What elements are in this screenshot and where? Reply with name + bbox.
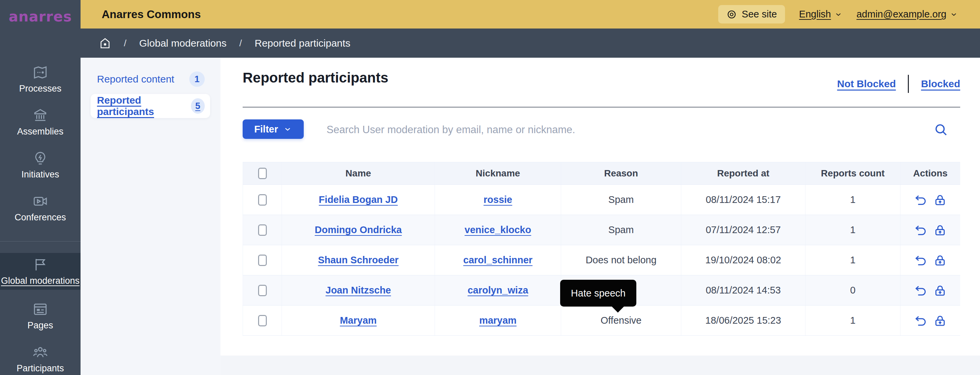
unreport-undo-arrow-icon [914,254,927,267]
participant-name-link[interactable]: Shaun Schroeder [318,254,398,265]
count-badge: 5 [191,98,205,114]
row-checkbox[interactable] [258,194,267,206]
table-row: Shaun Schroeder carol_schinner Does not … [243,245,960,275]
row-checkbox[interactable] [258,285,267,296]
row-checkbox[interactable] [258,254,267,266]
subnav-item-label: Reported content [97,73,174,85]
block-user-button[interactable] [933,193,947,207]
unreport-button[interactable] [914,254,927,267]
reports-count: 1 [850,194,856,205]
unreport-button[interactable] [914,193,927,207]
table-row: Fidelia Bogan JD rossie Spam 08/11/2024 … [243,185,960,215]
chevron-down-icon [950,10,958,19]
breadcrumb-global-moderations[interactable]: Global moderations [139,38,226,49]
search-icon [933,122,949,138]
topbar-actions: See site English admin@example.org [718,0,958,29]
account-label: admin@example.org [856,9,947,20]
subnav-item-reported-content[interactable]: Reported content 1 [91,68,210,90]
block-lock-icon [933,223,947,237]
subnav-item-reported-participants[interactable]: Reported participants 5 [91,94,210,118]
unreport-button[interactable] [914,223,927,237]
unreport-button[interactable] [914,284,927,297]
not-blocked-link[interactable]: Not Blocked [837,78,896,89]
unreport-button[interactable] [914,314,927,327]
block-lock-icon [933,314,947,327]
report-reason: Spam [608,224,634,235]
reported-at: 07/11/2024 12:57 [706,224,781,235]
count-badge: 1 [189,72,205,87]
report-reason: Spam [608,194,634,205]
block-user-button[interactable] [933,254,947,267]
participant-name-link[interactable]: Domingo Ondricka [315,224,402,235]
sidebar-item-processes[interactable]: Processes [0,60,81,99]
org-logo: anarres [9,8,72,25]
tooltip-text: Hate speech [571,288,625,299]
language-label: English [799,9,831,20]
filter-button[interactable]: Filter [243,119,304,139]
account-dropdown[interactable]: admin@example.org [856,9,958,20]
col-header-reported-at: Reported at [681,162,805,184]
block-lock-icon [933,254,947,267]
participant-nickname-link[interactable]: carol_schinner [463,254,532,265]
page-title: Reported participants [243,70,388,86]
main-panel: Reported participants Not Blocked Blocke… [221,58,980,356]
row-checkbox[interactable] [258,315,267,326]
bullseye-icon [726,9,737,20]
flag-icon [33,257,48,272]
table-row: Domingo Ondricka venice_klocko Spam 07/1… [243,215,960,245]
col-header-actions: Actions [900,162,960,184]
block-lock-icon [933,193,947,207]
participant-nickname-link[interactable]: rossie [484,194,512,205]
reports-count: 0 [850,285,856,296]
block-user-button[interactable] [933,314,947,327]
sidebar-item-initiatives[interactable]: Initiatives [0,146,81,184]
breadcrumb: / Global moderations / Reported particip… [0,29,980,58]
sidebar-item-label: Global moderations [1,276,80,286]
sidebar-item-assemblies[interactable]: Assemblies [0,103,81,141]
table-header-row: Name Nickname Reason Reported at Reports… [243,162,960,185]
participant-nickname-link[interactable]: maryam [479,315,517,326]
reported-at: 08/11/2024 15:17 [706,194,781,205]
home-icon[interactable] [99,37,111,49]
map-icon [33,65,48,80]
team-icon [33,345,48,360]
breadcrumb-separator: / [124,38,127,49]
lightbulb-flash-icon [33,151,48,166]
participant-name-link[interactable]: Joan Nitzsche [326,285,391,296]
unreport-undo-arrow-icon [914,284,927,297]
reports-count: 1 [850,224,856,235]
col-header-reason: Reason [561,162,681,184]
pages-icon [33,302,48,317]
search-input[interactable] [326,121,924,139]
sidebar-item-pages[interactable]: Pages [0,297,81,335]
blocked-link[interactable]: Blocked [921,78,960,89]
row-checkbox[interactable] [258,224,267,236]
block-user-button[interactable] [933,284,947,297]
participant-name-link[interactable]: Maryam [340,315,377,326]
reported-at: 18/06/2025 15:23 [705,315,781,326]
select-all-checkbox[interactable] [258,168,267,179]
participant-nickname-link[interactable]: carolyn_wiza [468,285,528,296]
sidebar-item-participants[interactable]: Participants [0,340,81,375]
unreport-undo-arrow-icon [914,314,927,327]
view-links-divider [908,75,909,93]
sidebar-item-global-moderations[interactable]: Global moderations [0,253,81,290]
participant-nickname-link[interactable]: venice_klocko [465,224,531,235]
unreport-undo-arrow-icon [914,223,927,237]
search-button[interactable] [933,121,950,138]
moderations-subnav: Reported content 1 Reported participants… [81,58,221,375]
sidebar-item-conferences[interactable]: Conferences [0,189,81,227]
sidebar-divider [0,241,81,242]
main-sidebar: Processes Assemblies Initiatives Confere… [0,58,81,375]
sidebar-item-label: Initiatives [21,169,59,180]
see-site-button[interactable]: See site [718,5,785,24]
reported-at: 19/10/2024 08:02 [705,254,781,265]
language-dropdown[interactable]: English [799,9,842,20]
block-user-button[interactable] [933,223,947,237]
see-site-label: See site [742,9,777,20]
breadcrumb-reported-participants[interactable]: Reported participants [255,38,350,49]
participant-name-link[interactable]: Fidelia Bogan JD [319,194,398,205]
block-lock-icon [933,284,947,297]
top-navbar: anarres Anarres Commons See site English… [0,0,980,29]
logo-box[interactable]: anarres [0,0,81,29]
